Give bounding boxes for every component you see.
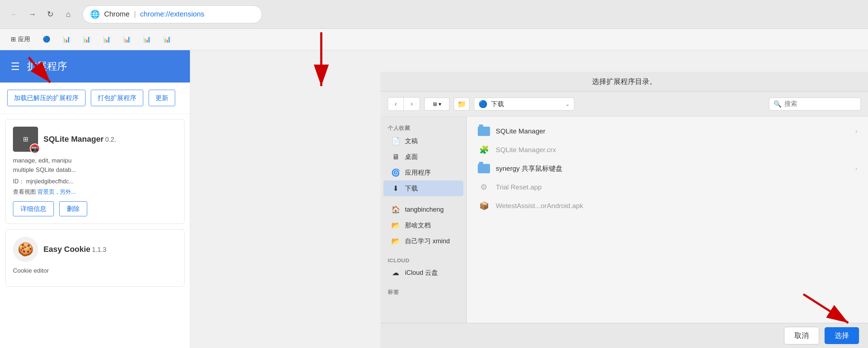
- fp-forward-button[interactable]: ›: [404, 98, 420, 110]
- bookmark-icon-4: 📊: [103, 36, 111, 43]
- content-area: ☰ 扩展程序 加载已解压的扩展程序 打包扩展程序 更新 ⊞ 📷: [0, 50, 868, 348]
- forward-button[interactable]: →: [25, 7, 39, 22]
- extensions-toolbar: 加载已解压的扩展程序 打包扩展程序 更新: [0, 83, 190, 114]
- fp-search-box[interactable]: 🔍: [769, 98, 861, 110]
- fp-icloud-title: iCloud: [381, 254, 466, 265]
- file-picker-titlebar: 选择扩展程序目录。: [381, 72, 868, 91]
- address-bar[interactable]: 🌐 Chrome | chrome://extensions: [83, 5, 262, 23]
- fp-file-list: SQLite Manager › 🧩 SQLite Manager.crx: [467, 117, 868, 323]
- fp-desktop-icon: 🖥: [391, 153, 401, 161]
- cookie-name: Easy Cookie: [43, 245, 90, 254]
- fp-back-button[interactable]: ‹: [388, 98, 404, 110]
- file-picker-dialog: 选择扩展程序目录。 ‹ › ⊞ ▾: [381, 72, 868, 348]
- pack-extension-button[interactable]: 打包扩展程序: [91, 90, 143, 106]
- bookmark-icon-2: 📊: [63, 36, 70, 43]
- sqlite-info: SQLite Manager 0.2.: [43, 135, 116, 144]
- fp-nav-group: ‹ ›: [388, 97, 420, 111]
- url-separator: |: [134, 10, 136, 18]
- fp-sqlite-arrow: ›: [855, 128, 857, 135]
- sqlite-card-footer: 详细信息 删除: [13, 201, 177, 216]
- fp-file-trial-reset: ⚙ Trial Reset.app: [472, 178, 863, 197]
- fp-sidebar-item-folder1[interactable]: 📂 那啥文档: [383, 217, 463, 233]
- extensions-title: 扩展程序: [27, 60, 67, 73]
- fp-home-label: tangbincheng: [405, 206, 444, 213]
- bookmark-icon-7: 📊: [163, 36, 171, 43]
- fp-cancel-button[interactable]: 取消: [784, 327, 819, 344]
- sqlite-bg-link[interactable]: 背景页: [37, 189, 55, 195]
- fp-search-icon: 🔍: [774, 100, 781, 108]
- browser-frame: ← → ↻ ⌂ 🌐 Chrome | chrome://extensions ⊞…: [0, 0, 868, 348]
- sqlite-id: ID： mjnjiedgibecfhdc...: [13, 178, 177, 185]
- fp-crx-icon: 🧩: [477, 145, 490, 155]
- bookmark-2[interactable]: 📊: [59, 34, 74, 44]
- load-unpacked-button[interactable]: 加载已解压的扩展程序: [7, 90, 85, 106]
- bookmark-apps[interactable]: ⊞ 应用: [7, 34, 34, 45]
- refresh-button[interactable]: ↻: [43, 7, 57, 22]
- fp-desktop-label: 桌面: [405, 152, 418, 161]
- fp-file-wetest-label: WetestAssist...orAndroid.apk: [496, 202, 583, 210]
- bookmark-5[interactable]: 📊: [120, 34, 134, 44]
- fp-file-synergy-label: synergy 共享鼠标键盘: [496, 164, 563, 173]
- sqlite-name: SQLite Manager: [43, 135, 103, 144]
- file-picker-title: 选择扩展程序目录。: [592, 77, 657, 86]
- sqlite-delete-button[interactable]: 删除: [59, 201, 87, 216]
- fp-back-icon: ‹: [395, 100, 397, 108]
- fp-location-icon: 🔵: [479, 100, 487, 108]
- bookmark-6[interactable]: 📊: [140, 34, 154, 44]
- fp-icloud-label: iCloud 云盘: [405, 268, 438, 277]
- fp-new-folder-button[interactable]: 📁: [454, 98, 470, 110]
- fp-sidebar-item-icloud[interactable]: ☁ iCloud 云盘: [383, 265, 463, 281]
- fp-sidebar: 个人收藏 📄 文稿 🖥 桌面 🌀 应用程序: [381, 117, 467, 323]
- fp-location-selector[interactable]: 🔵 下载 ⌄: [474, 98, 574, 110]
- bookmark-4[interactable]: 📊: [99, 34, 114, 44]
- fp-file-sqlite-manager[interactable]: SQLite Manager ›: [472, 122, 863, 141]
- bookmark-icon-5: 📊: [123, 36, 131, 43]
- fp-sidebar-item-apps[interactable]: 🌀 应用程序: [383, 165, 463, 180]
- hamburger-icon[interactable]: ☰: [11, 61, 20, 72]
- fp-sidebar-item-home[interactable]: 🏠 tangbincheng: [383, 202, 463, 217]
- fp-synergy-arrow: ›: [855, 165, 857, 172]
- fp-app-icon: ⚙: [477, 182, 490, 192]
- fp-sidebar-item-folder2[interactable]: 📂 自己学习 xmind: [383, 233, 463, 249]
- fp-apk-icon: 📦: [477, 201, 490, 211]
- back-button[interactable]: ←: [7, 7, 22, 22]
- bookmarks-bar: ⊞ 应用 🔵 📊 📊 📊 📊 📊 📊: [0, 29, 868, 50]
- fp-documents-label: 文稿: [405, 137, 418, 145]
- bookmark-icon-3: 📊: [83, 36, 90, 43]
- sqlite-overlay: 📷: [30, 144, 40, 154]
- fp-forward-icon: ›: [411, 100, 413, 108]
- extension-card-sqlite: ⊞ 📷 SQLite Manager 0.2. manage, edit, ma…: [5, 119, 185, 224]
- fp-file-wetest: 📦 WetestAssist...orAndroid.apk: [472, 197, 863, 215]
- fp-sidebar-item-documents[interactable]: 📄 文稿: [383, 133, 463, 149]
- fp-select-button[interactable]: 选择: [825, 327, 859, 344]
- bookmark-1[interactable]: 🔵: [39, 34, 54, 44]
- fp-sidebar-item-desktop[interactable]: 🖥 桌面: [383, 149, 463, 165]
- fp-sidebar-item-downloads[interactable]: ⬇ 下载: [383, 180, 463, 196]
- update-button[interactable]: 更新: [149, 90, 175, 106]
- file-picker-body: 个人收藏 📄 文稿 🖥 桌面 🌀 应用程序: [381, 117, 868, 323]
- fp-search-input[interactable]: [784, 100, 856, 108]
- fp-folder1-icon: 📂: [391, 221, 401, 230]
- home-button[interactable]: ⌂: [61, 7, 75, 22]
- sqlite-card-header: ⊞ 📷 SQLite Manager 0.2.: [13, 127, 177, 152]
- site-icon: 🌐: [90, 10, 100, 19]
- url-display: chrome://extensions: [140, 10, 204, 18]
- extension-card-easy-cookie: 🍪 Easy Cookie 1.1.3 Cookie editor: [5, 229, 185, 287]
- sqlite-detail-button[interactable]: 详细信息: [13, 201, 54, 216]
- fp-file-trial-reset-label: Trial Reset.app: [496, 183, 542, 191]
- bookmark-3[interactable]: 📊: [79, 34, 94, 44]
- fp-downloads-icon: ⬇: [391, 184, 401, 193]
- fp-icloud-icon: ☁: [391, 268, 401, 277]
- fp-folder-icon-synergy: [477, 164, 490, 174]
- sqlite-other-link[interactable]: 另外...: [60, 189, 76, 195]
- fp-documents-icon: 📄: [391, 137, 401, 145]
- fp-apps-label: 应用程序: [405, 168, 431, 177]
- extensions-list: ⊞ 📷 SQLite Manager 0.2. manage, edit, ma…: [0, 114, 190, 348]
- right-area: 选择扩展程序目录。 ‹ › ⊞ ▾: [190, 50, 868, 348]
- fp-file-sqlite-label: SQLite Manager: [496, 127, 545, 135]
- bookmark-7[interactable]: 📊: [160, 34, 174, 44]
- bookmark-icon-6: 📊: [143, 36, 151, 43]
- fp-view-grid-icon: ⊞: [433, 101, 437, 107]
- fp-file-synergy[interactable]: synergy 共享鼠标键盘 ›: [472, 159, 863, 178]
- fp-view-button[interactable]: ⊞ ▾: [424, 98, 449, 110]
